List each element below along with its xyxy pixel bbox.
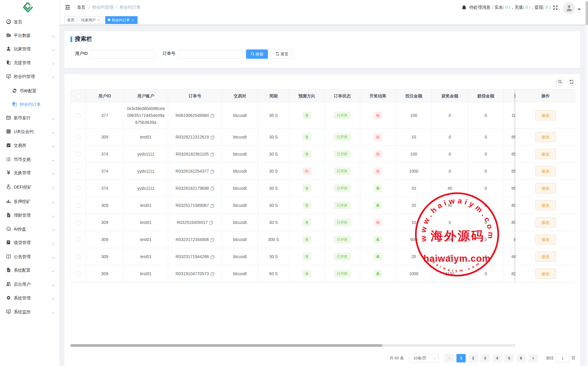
svg-text:haiwaiym.com: haiwaiym.com xyxy=(423,253,491,264)
svg-text:海外源码: 海外源码 xyxy=(430,229,485,243)
